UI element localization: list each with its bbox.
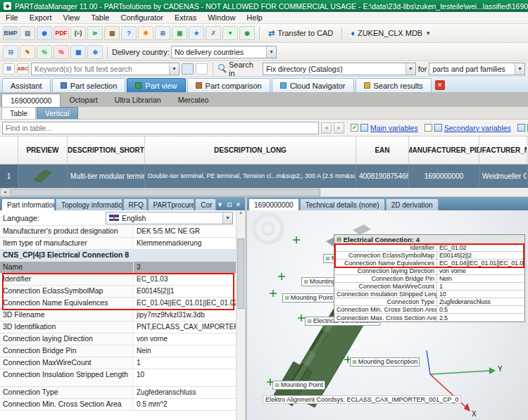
globe-icon[interactable]: ◉ bbox=[37, 26, 52, 40]
main-variables-link[interactable]: Main variables bbox=[370, 124, 418, 132]
find-prev-button[interactable]: ◂ bbox=[321, 122, 332, 134]
property-row[interactable]: Connection Insulation Stripped Length10 bbox=[0, 369, 236, 387]
column-header-manufacturer-pid[interactable]: MANUFACTURER_PID bbox=[409, 136, 479, 164]
tab-octopart[interactable]: Octopart bbox=[61, 93, 106, 107]
tab-cor[interactable]: Cor bbox=[195, 198, 216, 210]
property-row[interactable]: Manufacturer's product designationDEK 5/… bbox=[0, 226, 236, 238]
search-in-select[interactable]: Fix directory (Catalogs) ▼ bbox=[263, 63, 416, 75]
column-header-preview[interactable]: PREVIEW bbox=[18, 136, 68, 164]
delivery-country-select[interactable]: No delivery countries ▼ bbox=[171, 46, 277, 58]
menu-window[interactable]: Window bbox=[202, 13, 241, 22]
document-tab-active[interactable]: 1690000000 bbox=[1, 94, 61, 107]
model-annotation[interactable]: ⊞Mounting Point bbox=[272, 381, 325, 390]
export-table-icon[interactable]: ⊳ bbox=[87, 26, 103, 40]
tab-topology-information[interactable]: Topology information bbox=[56, 198, 122, 210]
web-services-icon[interactable]: ◉ bbox=[239, 26, 255, 40]
settings-star-icon[interactable]: ✱ bbox=[138, 26, 153, 40]
tools-delete-icon[interactable]: ✗ bbox=[206, 26, 221, 40]
find-in-table-combo[interactable] bbox=[2, 122, 319, 134]
scrollbar-thumb[interactable] bbox=[237, 238, 244, 309]
model-annotation[interactable]: ⊞Mounting Description bbox=[350, 357, 420, 367]
panel-view-icon[interactable]: ⊟ bbox=[3, 45, 18, 59]
model-annotation[interactable]: ⊞Mounting Point bbox=[282, 293, 335, 303]
column-header-description-long[interactable]: DESCRIPTION_LONG bbox=[145, 136, 356, 164]
tab-ultra-librarian[interactable]: Ultra Librarian bbox=[106, 93, 170, 107]
chevron-down-icon[interactable]: ▼ bbox=[515, 63, 524, 75]
topology-toggle[interactable]: Topolo bbox=[517, 124, 528, 132]
tab-table[interactable]: Table bbox=[1, 107, 36, 119]
table-row[interactable]: 1Multi-tier modular terminalDouble-tier … bbox=[0, 165, 528, 188]
tab-mercateo[interactable]: Mercateo bbox=[170, 93, 218, 107]
print-icon[interactable]: ▤ bbox=[20, 26, 35, 40]
menu-table[interactable]: Table bbox=[85, 13, 115, 22]
scrollbar-thumb[interactable] bbox=[11, 189, 320, 196]
chevron-down-icon[interactable]: ▼ bbox=[406, 63, 415, 75]
checkbox-x-icon[interactable]: ☒ bbox=[3, 63, 15, 75]
accept-percent-icon[interactable]: % bbox=[37, 45, 52, 59]
fulltext-search-combo[interactable]: ▼ bbox=[31, 63, 180, 75]
property-row[interactable]: Connection MaxWireCount1 bbox=[0, 357, 236, 369]
tab-search-results[interactable]: Search results bbox=[356, 78, 432, 92]
structure-icon[interactable]: ★ bbox=[189, 26, 204, 40]
menu-file[interactable]: File bbox=[0, 13, 24, 22]
find-in-table-input[interactable] bbox=[6, 124, 318, 132]
menu-help[interactable]: Help bbox=[241, 13, 268, 22]
secondary-variables-link[interactable]: Secondary variables bbox=[444, 124, 511, 132]
horizontal-scrollbar[interactable]: ◂ bbox=[0, 188, 528, 197]
window-layout-icon[interactable]: ⊞ bbox=[155, 26, 170, 40]
property-row[interactable]: IdentifierEC_01.03 bbox=[0, 274, 236, 286]
table-link-icon[interactable]: ▦ bbox=[104, 26, 120, 40]
property-row[interactable]: Connection Min. Cross Section Area0.5 mm… bbox=[0, 399, 236, 411]
chevron-down-icon[interactable]: ▼ bbox=[222, 212, 232, 224]
property-row[interactable]: Connection laying Directionvon vorne bbox=[0, 333, 236, 345]
abc-spellcheck-icon[interactable]: ABC bbox=[17, 63, 29, 75]
vertical-scrollbar[interactable]: ▲ bbox=[236, 210, 245, 420]
reject-percent-icon[interactable]: % bbox=[54, 45, 69, 59]
collapse-box-icon[interactable]: ⊟ bbox=[337, 236, 341, 243]
property-row[interactable]: 3D Filenamejipy7mz9fvkzl31w.3db bbox=[0, 310, 236, 322]
column-header-manufacturer-name[interactable]: MANUFACTURER_NAME bbox=[479, 136, 527, 164]
column-header-ean[interactable]: EAN bbox=[356, 136, 409, 164]
tab-part-view[interactable]: Part view bbox=[127, 78, 185, 92]
property-row[interactable]: Name3 bbox=[0, 262, 236, 274]
annotate-icon[interactable]: ✎ bbox=[20, 45, 35, 59]
main-variables-toggle[interactable]: ✓ Main variables bbox=[351, 124, 418, 132]
tab-vertical[interactable]: Vertical bbox=[37, 107, 77, 119]
tab-rfq[interactable]: RFQ bbox=[123, 198, 147, 210]
property-row[interactable]: Connection TypeZugfederanschluss bbox=[0, 387, 236, 399]
scroll-left-button[interactable]: ◂ bbox=[0, 188, 10, 196]
property-row[interactable]: Item type of manufacturerKlemmenmarkieru… bbox=[0, 238, 236, 250]
chevron-down-icon[interactable]: ▼ bbox=[217, 201, 223, 208]
float-panel-icon[interactable]: ⊡ bbox=[227, 201, 232, 208]
help-icon[interactable]: ? bbox=[121, 26, 137, 40]
bmp-export-icon[interactable]: BMP bbox=[3, 26, 18, 40]
3d-viewport[interactable]: ⊞Mounting Point⊞Mounting Point⊞Mounting … bbox=[247, 210, 528, 420]
tab-part-comparison[interactable]: Part comparison bbox=[187, 78, 270, 92]
chevron-down-icon[interactable]: ▼ bbox=[169, 63, 179, 75]
tab-partprocure[interactable]: PARTprocure bbox=[148, 198, 195, 210]
close-icon[interactable]: ✕ bbox=[235, 201, 241, 208]
column-header-description-short[interactable]: DESCRIPTION_SHORT bbox=[68, 136, 145, 164]
chevron-down-icon[interactable]: ▼ bbox=[266, 46, 276, 58]
find-next-button[interactable]: ▸ bbox=[334, 122, 344, 134]
table-remove-icon[interactable]: ▦ bbox=[70, 45, 86, 59]
section-header-row[interactable]: CNS_CP|4|3 Electrical Connection 8 bbox=[0, 250, 236, 262]
tab-2d-derivation[interactable]: 2D derivation bbox=[386, 198, 439, 210]
formula-icon[interactable]: (≡) bbox=[70, 26, 86, 40]
secondary-variables-toggle[interactable]: ✓ Secondary variables bbox=[425, 124, 511, 132]
menu-extras[interactable]: Extras bbox=[169, 13, 202, 22]
menu-view[interactable]: View bbox=[58, 13, 86, 22]
secondary-variables-checkbox[interactable]: ✓ bbox=[425, 124, 432, 132]
menu-export[interactable]: Export bbox=[24, 13, 58, 22]
tab-part-information[interactable]: Part information bbox=[1, 198, 55, 210]
property-row[interactable]: Connection Bridge PinNein bbox=[0, 345, 236, 357]
transfer-to-cad-button[interactable]: ⇄ Transfer to CAD bbox=[264, 27, 337, 39]
search-for-select[interactable]: parts and part families ▼ bbox=[429, 63, 525, 75]
property-row[interactable]: Connection EclassSymbolMapE00145|2||1 bbox=[0, 286, 236, 298]
filter-blank-icon[interactable] bbox=[196, 63, 208, 75]
property-row[interactable]: 3D IdentifikationPNT,ECLASS_CAX_IMPORTER… bbox=[0, 322, 236, 333]
main-variables-checkbox[interactable]: ✓ bbox=[351, 124, 358, 132]
tab-part-selection[interactable]: Part selection bbox=[52, 78, 126, 92]
tab-1690000000[interactable]: 1690000000 bbox=[249, 198, 299, 210]
measure-dropdown-icon[interactable]: ▼ bbox=[222, 26, 238, 40]
